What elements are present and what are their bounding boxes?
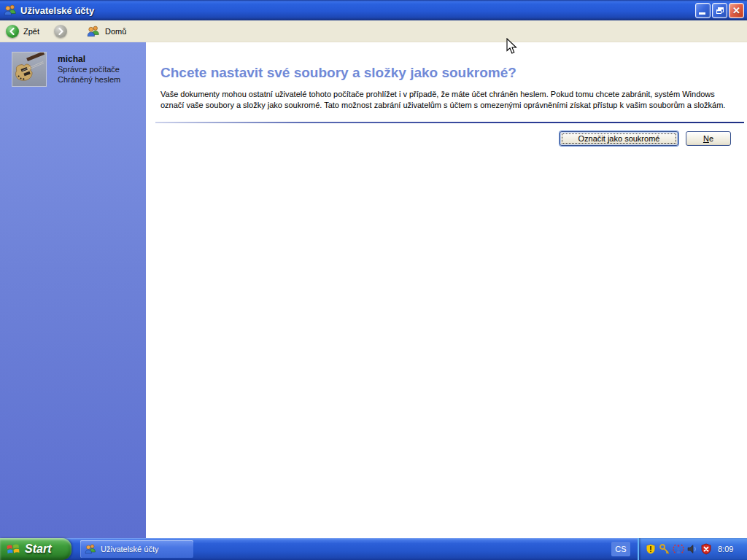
back-arrow-icon bbox=[9, 28, 16, 35]
dial-connection-icon[interactable] bbox=[673, 543, 684, 555]
sidebar: michal Správce počítače Chráněný heslem bbox=[0, 42, 146, 538]
home-label: Domů bbox=[105, 27, 126, 36]
back-button[interactable] bbox=[6, 25, 19, 38]
keys-icon[interactable] bbox=[659, 543, 670, 555]
taskbar-item-user-accounts[interactable]: Uživatelské účty bbox=[80, 540, 193, 558]
section-divider bbox=[155, 122, 744, 123]
home-users-icon bbox=[86, 25, 101, 38]
main-content: Chcete nastavit své soubory a složky jak… bbox=[146, 42, 747, 538]
user-status: Chráněný heslem bbox=[58, 74, 120, 85]
taskbar: Start Uživatelské účty CS bbox=[0, 538, 747, 560]
no-button[interactable]: Ne bbox=[686, 131, 731, 146]
window-titlebar: Uživatelské účty ✕ bbox=[0, 0, 747, 20]
forward-button[interactable] bbox=[54, 25, 67, 38]
taskbar-item-label: Uživatelské účty bbox=[101, 545, 158, 553]
language-indicator[interactable]: CS bbox=[611, 542, 630, 556]
user-name: michal bbox=[58, 54, 120, 64]
start-button[interactable]: Start bbox=[0, 538, 71, 560]
close-icon: ✕ bbox=[732, 6, 740, 15]
app-users-icon bbox=[4, 4, 17, 17]
user-avatar-guitar bbox=[12, 52, 47, 87]
navigation-toolbar: Zpět Domů bbox=[0, 20, 747, 42]
restore-icon bbox=[716, 7, 724, 14]
minimize-icon bbox=[699, 12, 705, 15]
forward-arrow-icon bbox=[57, 28, 64, 35]
volume-icon[interactable] bbox=[686, 543, 698, 555]
user-role: Správce počítače bbox=[58, 64, 120, 74]
windows-flag-icon bbox=[5, 541, 21, 557]
close-button[interactable]: ✕ bbox=[729, 3, 744, 18]
security-error-shield-icon[interactable] bbox=[700, 543, 712, 555]
task-users-icon bbox=[85, 543, 96, 555]
restore-button[interactable] bbox=[712, 3, 727, 18]
security-warning-shield-icon[interactable] bbox=[645, 543, 657, 555]
make-private-button[interactable]: Označit jako soukromé bbox=[560, 131, 678, 146]
system-tray: 8:09 bbox=[638, 538, 747, 560]
back-label[interactable]: Zpět bbox=[23, 27, 39, 36]
minimize-button[interactable] bbox=[695, 3, 711, 18]
no-button-rest: e bbox=[709, 134, 713, 143]
window-title: Uživatelské účty bbox=[20, 5, 695, 16]
page-title: Chcete nastavit své soubory a složky jak… bbox=[160, 65, 516, 81]
home-button[interactable]: Domů bbox=[86, 25, 126, 38]
desktop-screen: Uživatelské účty ✕ Zpět bbox=[0, 0, 747, 560]
user-card: michal Správce počítače Chráněný heslem bbox=[12, 52, 120, 87]
taskbar-clock[interactable]: 8:09 bbox=[718, 545, 733, 553]
start-label: Start bbox=[25, 542, 51, 556]
no-button-mnemonic: N bbox=[703, 134, 709, 143]
action-button-row: Označit jako soukromé Ne bbox=[560, 131, 731, 146]
description-text: Vaše dokumenty mohou ostatní uživatelé t… bbox=[160, 89, 738, 111]
